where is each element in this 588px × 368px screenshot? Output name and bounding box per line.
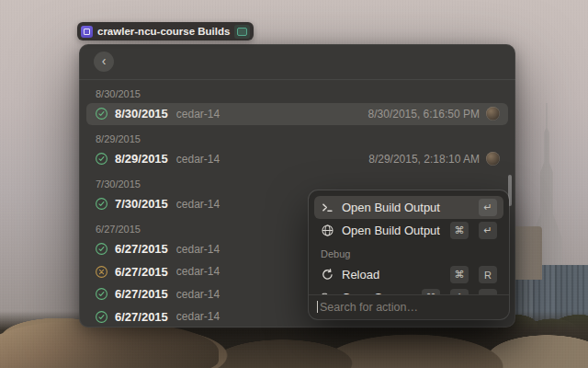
build-stack: cedar-14 <box>176 198 220 211</box>
globe-icon <box>321 224 334 237</box>
action-panel: Open Build Output↵Open Build Output (Web… <box>309 190 509 319</box>
build-stack: cedar-14 <box>176 108 220 121</box>
keycap: R <box>479 266 497 283</box>
build-title: 6/27/2015 <box>115 310 168 324</box>
action-search-bar <box>309 294 509 319</box>
build-timestamp: 8/29/2015, 2:18:10 AM <box>368 153 480 166</box>
action-list: Open Build Output↵Open Build Output (Web… <box>309 190 509 294</box>
check-circle-icon <box>95 197 108 211</box>
raycast-window: ‹ 8/30/20158/30/2015cedar-148/30/2015, 6… <box>79 44 515 328</box>
check-circle-icon <box>95 287 108 301</box>
user-avatar <box>486 152 500 166</box>
check-circle-icon <box>95 152 108 166</box>
search-input[interactable] <box>317 301 501 314</box>
list-section-header: 8/29/2015 <box>86 125 508 148</box>
check-circle-icon <box>95 107 108 121</box>
action-item-label: Open Build Output (Web) <box>342 224 440 237</box>
build-title: 6/27/2015 <box>115 287 168 301</box>
action-item[interactable]: Reload⌘R <box>314 263 503 286</box>
x-circle-icon <box>95 265 108 279</box>
command-tag-label: crawler-ncu-course Builds <box>97 26 230 37</box>
check-circle-icon <box>95 242 108 256</box>
build-title: 8/30/2015 <box>115 107 168 121</box>
window-header: ‹ <box>79 44 515 80</box>
reload-icon <box>321 268 334 282</box>
water-tower <box>511 226 542 280</box>
action-item[interactable]: Open Build Output↵ <box>314 196 503 219</box>
build-title: 6/27/2015 <box>115 265 168 279</box>
build-stack: cedar-14 <box>176 243 220 256</box>
build-title: 6/27/2015 <box>115 242 168 256</box>
keycap: ↵ <box>479 199 497 216</box>
extension-icon <box>81 26 93 38</box>
action-item[interactable]: Open Build Output (Web)⌘↵ <box>314 219 503 242</box>
keycap: ⌘ <box>450 266 469 283</box>
user-avatar <box>486 107 500 121</box>
build-row[interactable]: 8/30/2015cedar-148/30/2015, 6:16:50 PM <box>86 103 508 126</box>
action-item-label: Open Build Output <box>342 201 469 214</box>
build-stack: cedar-14 <box>176 310 220 323</box>
action-section-header: Debug <box>314 242 503 263</box>
keycap: ⌘ <box>450 222 469 239</box>
build-title: 8/29/2015 <box>115 152 168 166</box>
build-stack: cedar-14 <box>176 288 220 301</box>
graffiti-wall <box>0 156 81 311</box>
list-section-header: 8/30/2015 <box>86 80 508 103</box>
text-caret <box>317 301 318 313</box>
command-tag[interactable]: crawler-ncu-course Builds <box>77 22 254 40</box>
build-stack: cedar-14 <box>176 153 220 166</box>
app-icon <box>234 25 250 39</box>
build-timestamp: 8/30/2015, 6:16:50 PM <box>368 108 480 121</box>
action-item[interactable]: Open Support Directory⌘⇧S <box>314 286 503 294</box>
action-item-label: Reload <box>342 268 440 282</box>
check-circle-icon <box>95 310 108 324</box>
build-stack: cedar-14 <box>176 265 220 278</box>
build-title: 7/30/2015 <box>115 197 168 211</box>
build-row[interactable]: 8/29/2015cedar-148/29/2015, 2:18:10 AM <box>86 148 508 171</box>
back-button[interactable]: ‹ <box>94 52 114 72</box>
terminal-icon <box>321 201 334 214</box>
keycap: ↵ <box>479 222 497 239</box>
list-section-header: 7/30/2015 <box>86 170 508 193</box>
